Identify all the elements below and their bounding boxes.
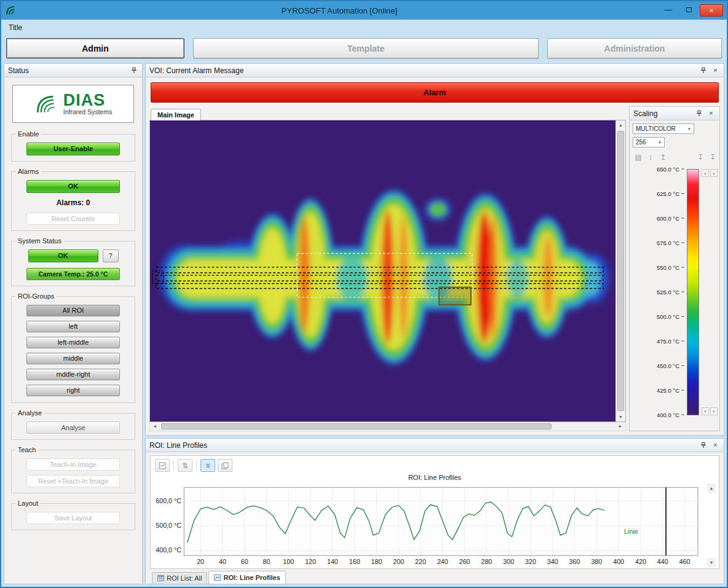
alarms-ok-indicator[interactable]: OK: [26, 180, 120, 193]
minimize-button[interactable]: —: [659, 4, 678, 17]
teach-in-image-button[interactable]: Teach-In Image: [26, 458, 120, 471]
status-panel-body: DIAS Infrared Systems Enable User-Enable…: [4, 77, 142, 584]
tab-main-image[interactable]: Main Image: [151, 109, 201, 120]
scale-max-spinner: ▲ ▼: [702, 169, 709, 415]
scroll-up-icon[interactable]: ▲: [707, 484, 716, 493]
camera-temp-indicator[interactable]: Camera Temp.: 25.0 °C: [26, 268, 120, 280]
copy-icon[interactable]: [218, 459, 232, 472]
roi-group-button-middle[interactable]: middle: [26, 353, 120, 364]
roi-group-button-left-middle[interactable]: left-middle: [26, 337, 120, 348]
scroll-up-icon[interactable]: ▲: [616, 120, 625, 130]
scrollbar-thumb[interactable]: [161, 423, 552, 429]
scale-shift-up-icon[interactable]: ↥: [659, 153, 667, 162]
autoscale-icon[interactable]: ↕: [646, 153, 655, 162]
svg-text:240: 240: [437, 558, 448, 565]
spin-up-icon[interactable]: ▲: [710, 169, 718, 177]
svg-text:600,0 °C: 600,0 °C: [156, 497, 181, 504]
close-icon[interactable]: ×: [711, 441, 720, 450]
chart-vertical-scrollbar[interactable]: ▲ ▼: [707, 484, 716, 567]
list-view-icon[interactable]: ≡: [200, 459, 215, 472]
scroll-down-icon[interactable]: ▼: [707, 558, 716, 567]
layout-group: Layout Save Layout: [11, 503, 135, 530]
svg-text:40: 40: [219, 558, 226, 565]
system-ok-indicator[interactable]: OK: [28, 249, 98, 262]
maximize-button[interactable]: [679, 4, 698, 17]
tab-admin[interactable]: Admin: [6, 38, 184, 58]
reset-teach-in-image-button[interactable]: Reset +Teach-In Image: [26, 475, 120, 487]
close-icon[interactable]: ×: [706, 109, 716, 118]
temperature-scale: 650.0 °C625.0 °C600.0 °C575.0 °C550.0 °C…: [633, 163, 718, 428]
scrollbar-track[interactable]: [616, 130, 625, 412]
status-panel-title: Status: [8, 66, 126, 75]
palette-select[interactable]: MULTICOLOR ▼: [633, 123, 694, 134]
min-adjust-icon[interactable]: ↧: [708, 153, 717, 162]
levels-value: 256: [636, 139, 646, 146]
tab-administration[interactable]: Administration: [547, 38, 722, 58]
analyse-button[interactable]: Analyse: [26, 421, 120, 434]
scroll-left-icon[interactable]: ◄: [150, 422, 160, 431]
app-logo-icon: [5, 5, 16, 16]
close-button[interactable]: ×: [700, 4, 723, 17]
reset-counter-button[interactable]: Reset Counter: [26, 213, 120, 225]
scrollbar-track[interactable]: [160, 422, 615, 431]
app-window: PYROSOFT Automation [Online] — × Title A…: [0, 0, 728, 588]
tab-template[interactable]: Template: [193, 38, 539, 58]
menu-item-title[interactable]: Title: [9, 23, 22, 32]
sort-icon[interactable]: ⇅: [178, 459, 192, 472]
tab-roi-list-all[interactable]: ROI List: All: [152, 572, 207, 584]
image-horizontal-scrollbar[interactable]: ◄ ►: [149, 422, 626, 431]
system-help-button[interactable]: ?: [103, 249, 119, 262]
scrollbar-thumb[interactable]: [617, 131, 624, 411]
export-image-icon[interactable]: [155, 459, 170, 472]
spin-down-icon[interactable]: ▼: [710, 407, 718, 415]
pin-icon[interactable]: [129, 66, 138, 75]
chart-title: ROI: Line Profiles: [154, 474, 716, 484]
roi-group-button-right[interactable]: right: [26, 385, 120, 396]
roi-group-button-all-roi[interactable]: All ROI: [26, 305, 120, 316]
scale-ticks: 650.0 °C625.0 °C600.0 °C575.0 °C550.0 °C…: [633, 169, 684, 415]
close-icon[interactable]: ×: [711, 66, 720, 75]
svg-text:200: 200: [393, 558, 404, 565]
nav-tabstrip: Admin Template Administration: [1, 35, 727, 63]
voi-panel: VOI: Current Alarm Message × Alarm Main …: [145, 63, 724, 436]
palette-value: MULTICOLOR: [636, 125, 676, 132]
spin-down-icon[interactable]: ▼: [702, 407, 709, 415]
tab-roi-line-profiles[interactable]: ROI: Line Profiles: [208, 571, 285, 584]
scale-tick: 450.0 °C: [657, 363, 684, 369]
max-adjust-icon[interactable]: ↧: [696, 153, 705, 162]
roi-group-button-mddle-right[interactable]: mddle-right: [26, 369, 120, 380]
thermal-image-viewport[interactable]: [150, 120, 615, 421]
palette-icon[interactable]: ▤: [634, 153, 643, 162]
teach-group: Teach Teach-In Image Reset +Teach-In Ima…: [11, 450, 135, 493]
color-scale-bar[interactable]: [687, 169, 699, 415]
roi-rect-small[interactable]: [439, 288, 471, 305]
line-profiles-panel: ROI: Line Profiles × ⇅ ≡: [145, 438, 724, 584]
line-chart-icon: [214, 574, 221, 581]
scrollbar-track[interactable]: [707, 493, 716, 558]
alarms-group: Alarms OK Alarms: 0 Reset Counter: [11, 171, 135, 231]
pin-icon[interactable]: [694, 109, 703, 118]
svg-text:80: 80: [263, 558, 271, 565]
svg-text:400,0 °C: 400,0 °C: [156, 546, 181, 554]
scale-tick: 475.0 °C: [657, 338, 684, 345]
svg-text:400: 400: [613, 558, 624, 565]
levels-select[interactable]: 256 ▼: [633, 137, 665, 147]
toolbar-separator: [173, 461, 174, 471]
profile-chart-svg[interactable]: 2040608010012014016018020022024026028030…: [154, 484, 707, 567]
save-layout-button[interactable]: Save Layout: [26, 512, 120, 524]
scroll-right-icon[interactable]: ►: [615, 422, 625, 431]
analyse-group-label: Analyse: [15, 409, 44, 417]
scroll-down-icon[interactable]: ▼: [616, 412, 625, 421]
svg-text:20: 20: [197, 558, 204, 565]
alarms-group-label: Alarms: [15, 168, 41, 175]
thermal-image[interactable]: [150, 120, 615, 421]
image-vertical-scrollbar[interactable]: ▲ ▼: [615, 120, 625, 421]
dias-swirl-icon: [34, 92, 59, 116]
roi-group-button-left[interactable]: left: [26, 321, 120, 332]
svg-text:500,0 °C: 500,0 °C: [156, 522, 181, 529]
maximize-icon: [686, 7, 692, 12]
spin-up-icon[interactable]: ▲: [702, 169, 709, 177]
pin-icon[interactable]: [698, 441, 708, 450]
pin-icon[interactable]: [698, 66, 708, 75]
user-enable-button[interactable]: User-Enable: [26, 143, 120, 155]
